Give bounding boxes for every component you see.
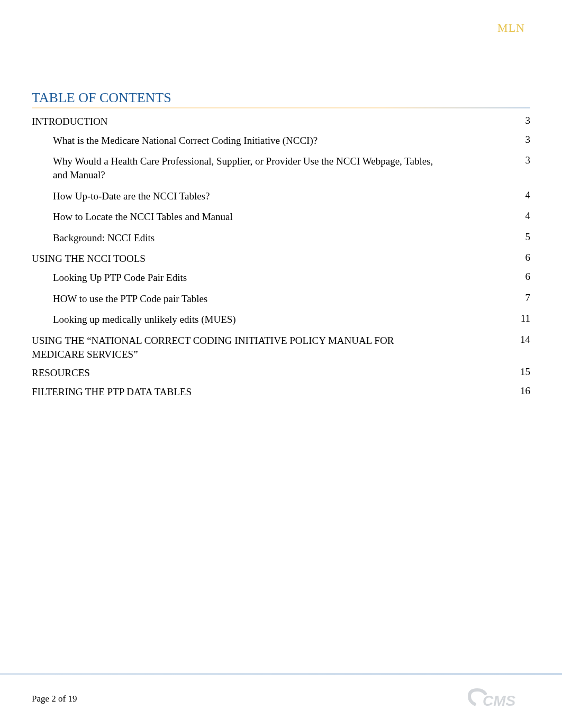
toc-list: INTRODUCTION 3 What is the Medicare Nati…	[32, 115, 530, 399]
toc-title: INTRODUCTION	[32, 115, 108, 129]
toc-page: 4	[514, 210, 530, 222]
toc-entry-resources[interactable]: RESOURCES 15	[32, 366, 530, 380]
toc-page: 7	[514, 292, 530, 304]
toc-entry-what-is-ncci[interactable]: What is the Medicare National Correct Co…	[32, 134, 530, 148]
toc-page: 5	[514, 231, 530, 243]
header-brand: MLN	[497, 21, 525, 35]
toc-entry-why-use-ncci[interactable]: Why Would a Health Care Professional, Su…	[32, 154, 530, 181]
toc-heading: TABLE OF CONTENTS	[32, 90, 530, 106]
toc-entry-how-to-use-ptp[interactable]: HOW to use the PTP Code pair Tables 7	[32, 292, 530, 306]
toc-entry-looking-up-ptp[interactable]: Looking Up PTP Code Pair Edits 6	[32, 271, 530, 285]
toc-title: USING THE “NATIONAL CORRECT CODING INITI…	[32, 334, 413, 361]
toc-page: 3	[514, 154, 530, 166]
toc-title: Why Would a Health Care Professional, Su…	[53, 154, 434, 181]
toc-title: USING THE NCCI TOOLS	[32, 252, 146, 266]
toc-page: 16	[514, 385, 530, 397]
toc-title: Background: NCCI Edits	[53, 231, 155, 245]
toc-page: 15	[514, 366, 530, 378]
heading-divider	[32, 107, 530, 108]
toc-page: 6	[514, 271, 530, 283]
svg-text:CMS: CMS	[483, 693, 516, 709]
toc-entry-filtering[interactable]: FILTERING THE PTP DATA TABLES 16	[32, 385, 530, 399]
toc-title: How to Locate the NCCI Tables and Manual	[53, 210, 233, 224]
toc-title: What is the Medicare National Correct Co…	[53, 134, 318, 148]
toc-title: Looking Up PTP Code Pair Edits	[53, 271, 187, 285]
toc-title: FILTERING THE PTP DATA TABLES	[32, 385, 192, 399]
toc-title: How Up-to-Date are the NCCI Tables?	[53, 189, 210, 203]
toc-entry-introduction[interactable]: INTRODUCTION 3	[32, 115, 530, 129]
toc-entry-using-ncci-tools[interactable]: USING THE NCCI TOOLS 6	[32, 252, 530, 266]
toc-page: 4	[514, 189, 530, 201]
toc-entry-how-to-locate[interactable]: How to Locate the NCCI Tables and Manual…	[32, 210, 530, 224]
toc-entry-looking-up-mues[interactable]: Looking up medically unlikely edits (MUE…	[32, 313, 530, 326]
page-number: Page 2 of 19	[32, 694, 77, 704]
toc-entry-policy-manual[interactable]: USING THE “NATIONAL CORRECT CODING INITI…	[32, 334, 530, 361]
toc-page: 11	[514, 313, 530, 324]
toc-title: RESOURCES	[32, 366, 90, 380]
toc-page: 3	[514, 115, 530, 126]
toc-page: 14	[514, 334, 530, 345]
toc-title: Looking up medically unlikely edits (MUE…	[53, 313, 236, 326]
toc-page: 3	[514, 134, 530, 145]
toc-entry-background[interactable]: Background: NCCI Edits 5	[32, 231, 530, 245]
toc-page: 6	[514, 252, 530, 263]
toc-entry-how-up-to-date[interactable]: How Up-to-Date are the NCCI Tables? 4	[32, 189, 530, 203]
cms-logo: CMS	[467, 686, 530, 712]
page-content: TABLE OF CONTENTS INTRODUCTION 3 What is…	[0, 0, 562, 399]
footer-divider	[0, 673, 562, 675]
toc-title: HOW to use the PTP Code pair Tables	[53, 292, 207, 306]
